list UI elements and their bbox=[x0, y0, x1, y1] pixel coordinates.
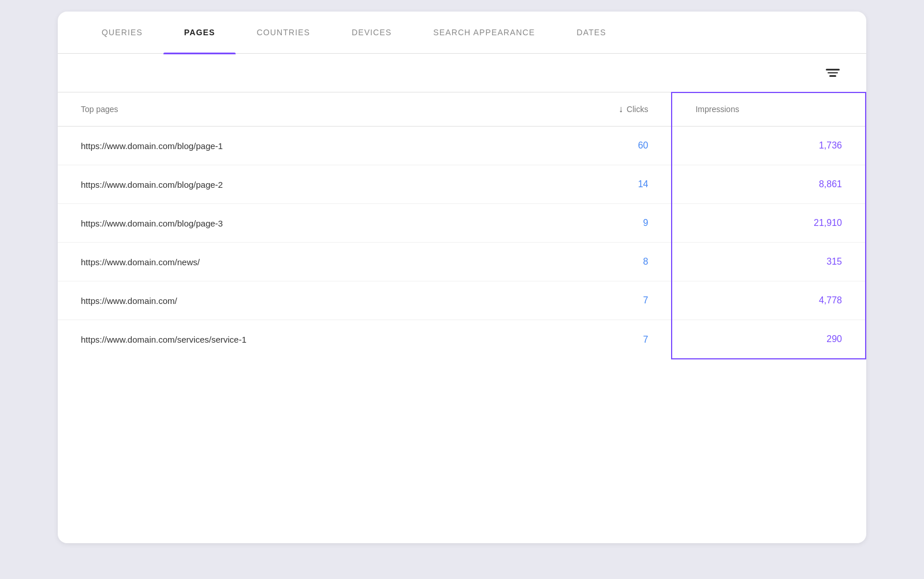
table-row: https://www.domain.com/blog/page-3921,91… bbox=[58, 204, 866, 243]
table-row: https://www.domain.com/news/8315 bbox=[58, 243, 866, 281]
cell-impressions: 8,861 bbox=[672, 165, 866, 204]
cell-page-url[interactable]: https://www.domain.com/blog/page-2 bbox=[58, 165, 509, 204]
tab-search-appearance[interactable]: SEARCH APPEARANCE bbox=[412, 12, 556, 53]
main-card: QUERIES PAGES COUNTRIES DEVICES SEARCH A… bbox=[58, 12, 866, 543]
cell-clicks: 8 bbox=[509, 243, 672, 281]
col-header-impressions[interactable]: Impressions bbox=[672, 92, 866, 127]
col-header-clicks[interactable]: ↓ Clicks bbox=[509, 92, 672, 127]
cell-impressions: 290 bbox=[672, 320, 866, 359]
cell-page-url[interactable]: https://www.domain.com/blog/page-3 bbox=[58, 204, 509, 243]
filter-line-1 bbox=[826, 69, 840, 70]
tab-pages[interactable]: PAGES bbox=[163, 12, 236, 53]
cell-page-url[interactable]: https://www.domain.com/blog/page-1 bbox=[58, 127, 509, 165]
cell-clicks: 9 bbox=[509, 204, 672, 243]
table-row: https://www.domain.com/blog/page-1601,73… bbox=[58, 127, 866, 165]
cell-clicks: 60 bbox=[509, 127, 672, 165]
tab-nav: QUERIES PAGES COUNTRIES DEVICES SEARCH A… bbox=[58, 12, 866, 54]
data-table: Top pages ↓ Clicks Impressions https://w… bbox=[58, 92, 866, 360]
filter-line-3 bbox=[829, 75, 836, 77]
tab-dates[interactable]: DATES bbox=[556, 12, 627, 53]
cell-page-url[interactable]: https://www.domain.com/services/service-… bbox=[58, 320, 509, 359]
cell-impressions: 1,736 bbox=[672, 127, 866, 165]
toolbar bbox=[58, 54, 866, 92]
col-header-pages: Top pages bbox=[58, 92, 509, 127]
tab-queries[interactable]: QUERIES bbox=[81, 12, 163, 53]
filter-button[interactable] bbox=[822, 65, 843, 80]
cell-clicks: 14 bbox=[509, 165, 672, 204]
cell-page-url[interactable]: https://www.domain.com/news/ bbox=[58, 243, 509, 281]
tab-countries[interactable]: COUNTRIES bbox=[236, 12, 331, 53]
table-row: https://www.domain.com/blog/page-2148,86… bbox=[58, 165, 866, 204]
table-row: https://www.domain.com/services/service-… bbox=[58, 320, 866, 359]
cell-page-url[interactable]: https://www.domain.com/ bbox=[58, 281, 509, 320]
sort-down-icon: ↓ bbox=[619, 104, 623, 114]
tab-devices[interactable]: DEVICES bbox=[331, 12, 412, 53]
filter-line-2 bbox=[828, 72, 838, 74]
cell-impressions: 4,778 bbox=[672, 281, 866, 320]
cell-clicks: 7 bbox=[509, 281, 672, 320]
cell-impressions: 315 bbox=[672, 243, 866, 281]
table-row: https://www.domain.com/74,778 bbox=[58, 281, 866, 320]
cell-clicks: 7 bbox=[509, 320, 672, 359]
cell-impressions: 21,910 bbox=[672, 204, 866, 243]
